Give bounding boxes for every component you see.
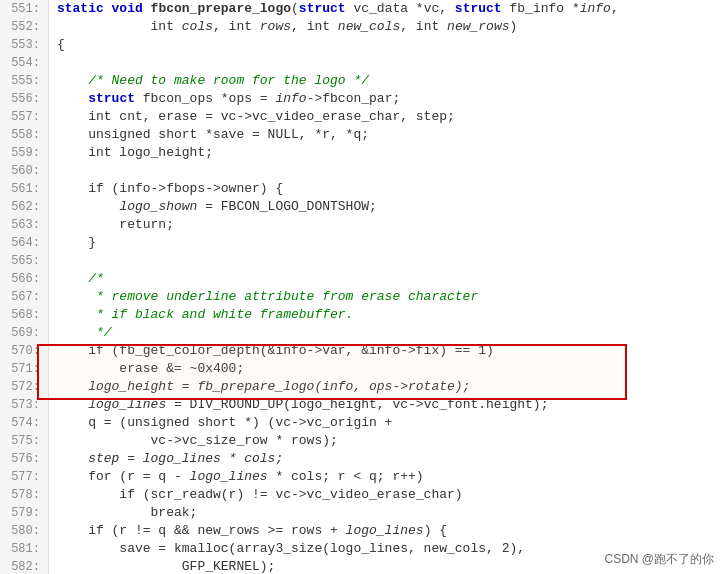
code-token: if (fb_get_color_depth(&info->var, &info…: [57, 343, 494, 358]
code-line-content: if (scr_readw(r) != vc->vc_video_erase_c…: [48, 486, 722, 504]
line-number: 556:: [0, 90, 48, 108]
code-token: ): [510, 19, 518, 34]
table-row: 570: if (fb_get_color_depth(&info->var, …: [0, 342, 722, 360]
table-row: 562: logo_shown = FBCON_LOGO_DONTSHOW;: [0, 198, 722, 216]
code-token: logo_lines: [346, 523, 424, 538]
code-line-content: for (r = q - logo_lines * cols; r < q; r…: [48, 468, 722, 486]
code-table: 551:static void fbcon_prepare_logo(struc…: [0, 0, 722, 574]
line-number: 572:: [0, 378, 48, 396]
code-line-content: if (info->fbops->owner) {: [48, 180, 722, 198]
code-line-content: break;: [48, 504, 722, 522]
code-token: int cnt, erase = vc->vc_video_erase_char…: [57, 109, 455, 124]
code-token: logo_shown: [119, 199, 197, 214]
table-row: 564: }: [0, 234, 722, 252]
table-row: 560:: [0, 162, 722, 180]
line-number: 551:: [0, 0, 48, 18]
code-token: step = logo_lines * cols;: [57, 451, 283, 466]
code-token: [57, 91, 88, 106]
code-viewer: 551:static void fbcon_prepare_logo(struc…: [0, 0, 722, 574]
code-line-content: [48, 162, 722, 180]
code-token: int: [57, 19, 182, 34]
code-token: struct: [455, 1, 502, 16]
line-number: 576:: [0, 450, 48, 468]
code-token: fb_info *: [502, 1, 580, 16]
line-number: 563:: [0, 216, 48, 234]
line-number: 571:: [0, 360, 48, 378]
code-token: ,: [611, 1, 619, 16]
code-line-content: if (fb_get_color_depth(&info->var, &info…: [48, 342, 722, 360]
code-token: new_rows: [447, 19, 509, 34]
code-token: vc_data *vc,: [346, 1, 455, 16]
code-line-content: * remove underline attribute from erase …: [48, 288, 722, 306]
line-number: 577:: [0, 468, 48, 486]
code-line-content: int cnt, erase = vc->vc_video_erase_char…: [48, 108, 722, 126]
table-row: 557: int cnt, erase = vc->vc_video_erase…: [0, 108, 722, 126]
code-token: cols: [182, 19, 213, 34]
line-number: 554:: [0, 54, 48, 72]
line-number: 555:: [0, 72, 48, 90]
code-line-content: unsigned short *save = NULL, *r, *q;: [48, 126, 722, 144]
table-row: 578: if (scr_readw(r) != vc->vc_video_er…: [0, 486, 722, 504]
code-token: fbcon_prepare_logo: [151, 1, 291, 16]
line-number: 559:: [0, 144, 48, 162]
table-row: 569: */: [0, 324, 722, 342]
code-line-content: q = (unsigned short *) (vc->vc_origin +: [48, 414, 722, 432]
code-token: for (r = q -: [57, 469, 190, 484]
table-row: 575: vc->vc_size_row * rows);: [0, 432, 722, 450]
line-number: 569:: [0, 324, 48, 342]
table-row: 579: break;: [0, 504, 722, 522]
line-number: 562:: [0, 198, 48, 216]
table-row: 571: erase &= ~0x400;: [0, 360, 722, 378]
code-line-content: [48, 252, 722, 270]
line-number: 574:: [0, 414, 48, 432]
code-token: void: [112, 1, 151, 16]
code-token: = FBCON_LOGO_DONTSHOW;: [197, 199, 376, 214]
code-token: q = (unsigned short *) (vc->vc_origin +: [57, 415, 392, 430]
table-row: 567: * remove underline attribute from e…: [0, 288, 722, 306]
code-token: }: [57, 235, 96, 250]
code-token: ) {: [424, 523, 447, 538]
code-token: vc->vc_size_row * rows);: [57, 433, 338, 448]
line-number: 560:: [0, 162, 48, 180]
line-number: 568:: [0, 306, 48, 324]
code-line-content: struct fbcon_ops *ops = info->fbcon_par;: [48, 90, 722, 108]
code-token: info: [580, 1, 611, 16]
code-line-content: {: [48, 36, 722, 54]
table-row: 559: int logo_height;: [0, 144, 722, 162]
code-line-content: }: [48, 234, 722, 252]
code-token: return;: [57, 217, 174, 232]
table-row: 561: if (info->fbops->owner) {: [0, 180, 722, 198]
line-number: 565:: [0, 252, 48, 270]
table-row: 556: struct fbcon_ops *ops = info->fbcon…: [0, 90, 722, 108]
code-token: static: [57, 1, 112, 16]
line-number: 564:: [0, 234, 48, 252]
code-token: fbcon_ops *ops =: [135, 91, 275, 106]
line-number: 580:: [0, 522, 48, 540]
code-line-content: */: [48, 324, 722, 342]
watermark: CSDN @跑不了的你: [604, 551, 714, 568]
line-number: 552:: [0, 18, 48, 36]
code-token: logo_lines: [190, 469, 268, 484]
code-token: /* Need to make room for the logo */: [57, 73, 369, 88]
code-token: [57, 199, 119, 214]
code-token: , int: [213, 19, 260, 34]
line-number: 561:: [0, 180, 48, 198]
table-row: 553:{: [0, 36, 722, 54]
line-number: 582:: [0, 558, 48, 574]
code-token: * cols; r < q; r++): [268, 469, 424, 484]
line-number: 570:: [0, 342, 48, 360]
table-row: 554:: [0, 54, 722, 72]
code-line-content: static void fbcon_prepare_logo(struct vc…: [48, 0, 722, 18]
code-line-content: /* Need to make room for the logo */: [48, 72, 722, 90]
line-number: 553:: [0, 36, 48, 54]
code-token: logo_height = fb_prepare_logo(info, ops-…: [57, 379, 470, 394]
table-row: 563: return;: [0, 216, 722, 234]
code-line-content: step = logo_lines * cols;: [48, 450, 722, 468]
code-token: rows: [260, 19, 291, 34]
code-token: /*: [57, 271, 104, 286]
code-line-content: vc->vc_size_row * rows);: [48, 432, 722, 450]
code-token: save = kmalloc(array3_size(logo_lines, n…: [57, 541, 525, 556]
code-token: if (info->fbops->owner) {: [57, 181, 283, 196]
code-line-content: logo_shown = FBCON_LOGO_DONTSHOW;: [48, 198, 722, 216]
code-line-content: if (r != q && new_rows >= rows + logo_li…: [48, 522, 722, 540]
